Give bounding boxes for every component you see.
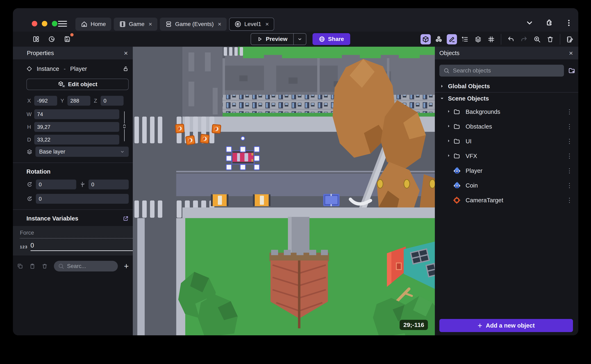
close-icon[interactable]: × xyxy=(569,49,573,57)
z-input[interactable] xyxy=(101,96,124,106)
folder-icon xyxy=(453,153,460,159)
more-menu-icon[interactable] xyxy=(565,19,573,27)
height-input[interactable] xyxy=(34,122,119,132)
tab-close-icon[interactable]: × xyxy=(149,21,152,27)
tab-close-icon[interactable]: × xyxy=(218,21,221,27)
tab-game-events[interactable]: Game (Events) × xyxy=(160,18,227,31)
tab-game[interactable]: Game × xyxy=(114,18,158,31)
row-menu-kebab-icon[interactable]: ⋮ xyxy=(564,184,575,187)
object-row-coin[interactable]: Coin ⋮ xyxy=(439,178,575,193)
folder-row-vfx[interactable]: VFX ⋮ xyxy=(439,149,575,163)
row-menu-kebab-icon[interactable]: ⋮ xyxy=(564,199,575,202)
object-row-cameratarget[interactable]: CameraTarget ⋮ xyxy=(439,193,575,208)
chevron-down-icon[interactable] xyxy=(525,19,534,27)
divider xyxy=(13,162,133,163)
objects-panel-header: Objects × xyxy=(435,47,578,59)
grid-icon[interactable] xyxy=(486,34,496,45)
row-menu-kebab-icon[interactable]: ⋮ xyxy=(564,125,575,128)
share-button[interactable]: Share xyxy=(312,33,350,45)
objects-search[interactable] xyxy=(439,65,564,77)
panels-layout-icon[interactable] xyxy=(31,34,41,44)
variable-value[interactable]: 0 xyxy=(31,242,133,251)
folder-row-ui[interactable]: UI ⋮ xyxy=(439,134,575,149)
copy-icon[interactable] xyxy=(17,263,23,269)
row-menu-kebab-icon[interactable]: ⋮ xyxy=(564,110,575,114)
delete-trash-icon[interactable] xyxy=(545,34,555,45)
save-icon[interactable] xyxy=(62,34,72,44)
lock-open-icon[interactable] xyxy=(123,66,129,72)
layer-select[interactable]: Base layer xyxy=(35,147,129,157)
y-input[interactable] xyxy=(67,96,90,106)
row-menu-kebab-icon[interactable]: ⋮ xyxy=(564,140,575,143)
minimize-window-button[interactable] xyxy=(42,21,47,26)
preview-button[interactable]: Preview xyxy=(251,33,293,45)
add-new-object-button[interactable]: + Add a new object xyxy=(439,319,573,332)
history-icon[interactable] xyxy=(46,34,57,44)
undo-icon[interactable] xyxy=(506,34,516,45)
add-variable-button[interactable]: + xyxy=(124,262,129,270)
tab-label: Home xyxy=(91,21,106,27)
tab-close-icon[interactable]: × xyxy=(265,21,269,27)
scene-canvas[interactable]: 29;-116 xyxy=(133,47,435,335)
paste-clipboard-icon[interactable] xyxy=(29,263,35,269)
variable-row-force[interactable]: Force 123 0 xyxy=(13,226,137,255)
properties-panel: Properties × Instance - Player 3D Edit o… xyxy=(13,47,133,335)
toolbar-right-group xyxy=(420,34,575,45)
properties-title: Properties xyxy=(27,50,54,57)
divider xyxy=(13,209,133,210)
trash-icon[interactable] xyxy=(42,263,48,269)
cursor-coordinates-badge: 29;-116 xyxy=(400,320,428,330)
properties-panel-header: Properties × xyxy=(13,47,133,59)
folder-row-backgrounds[interactable]: Backgrounds ⋮ xyxy=(439,104,575,119)
rotation-row-2 xyxy=(27,194,129,204)
link-dimensions-toggle[interactable] xyxy=(121,111,127,141)
row-menu-kebab-icon[interactable]: ⋮ xyxy=(564,169,575,173)
folder-icon xyxy=(453,138,460,145)
add-folder-icon[interactable] xyxy=(568,67,575,74)
h-label: H xyxy=(27,124,32,130)
tab-home[interactable]: Home xyxy=(75,18,111,31)
depth-input[interactable] xyxy=(34,135,119,144)
rotation-handle[interactable] xyxy=(241,136,245,140)
scene-properties-icon[interactable] xyxy=(565,34,575,45)
rotation-x-input[interactable] xyxy=(36,180,76,189)
zoom-in-icon[interactable] xyxy=(532,34,542,45)
film-icon xyxy=(119,21,126,28)
layers-icon[interactable] xyxy=(473,34,483,45)
toolbar-separator xyxy=(560,34,560,45)
maximize-window-button[interactable] xyxy=(52,21,57,26)
preview-options-button[interactable] xyxy=(293,33,306,45)
toolbar-left-group xyxy=(31,34,72,44)
rotation-y-input[interactable] xyxy=(88,180,129,189)
width-input[interactable] xyxy=(34,109,119,119)
external-link-icon[interactable] xyxy=(123,215,129,222)
folder-row-obstacles[interactable]: Obstacles ⋮ xyxy=(439,119,575,134)
unsaved-changes-badge xyxy=(70,33,73,36)
tab-label: Game xyxy=(129,21,145,27)
extensions-puzzle-icon[interactable] xyxy=(545,19,553,27)
browser-controls xyxy=(525,19,573,27)
variables-search-input[interactable] xyxy=(67,263,114,269)
close-icon[interactable]: × xyxy=(124,49,128,57)
objects-search-input[interactable] xyxy=(453,67,560,74)
rotation-z-input[interactable] xyxy=(36,194,129,204)
objects-cubes-icon[interactable] xyxy=(434,34,444,45)
section-global-objects[interactable]: Global Objects xyxy=(439,80,575,92)
x-input[interactable] xyxy=(34,96,57,106)
redo-icon[interactable] xyxy=(519,34,529,45)
menu-hamburger-icon[interactable] xyxy=(58,20,67,28)
tab-level1[interactable]: Level1 × xyxy=(229,18,274,31)
toggle-3d-view-icon[interactable] xyxy=(420,34,431,45)
edit-mode-pencil-icon[interactable] xyxy=(447,34,457,45)
section-scene-objects[interactable]: Scene Objects xyxy=(439,92,575,104)
edit-object-button[interactable]: 3D Edit object xyxy=(27,79,129,90)
object-row-player[interactable]: Player ⋮ xyxy=(439,163,575,178)
traffic-lights xyxy=(32,21,57,26)
row-menu-kebab-icon[interactable]: ⋮ xyxy=(564,154,575,158)
instances-list-icon[interactable] xyxy=(460,34,470,45)
y-label: Y xyxy=(60,98,65,104)
folder-icon xyxy=(453,123,460,130)
close-window-button[interactable] xyxy=(32,21,37,26)
variables-search[interactable] xyxy=(54,261,118,272)
instance-diamond-icon xyxy=(27,66,32,72)
